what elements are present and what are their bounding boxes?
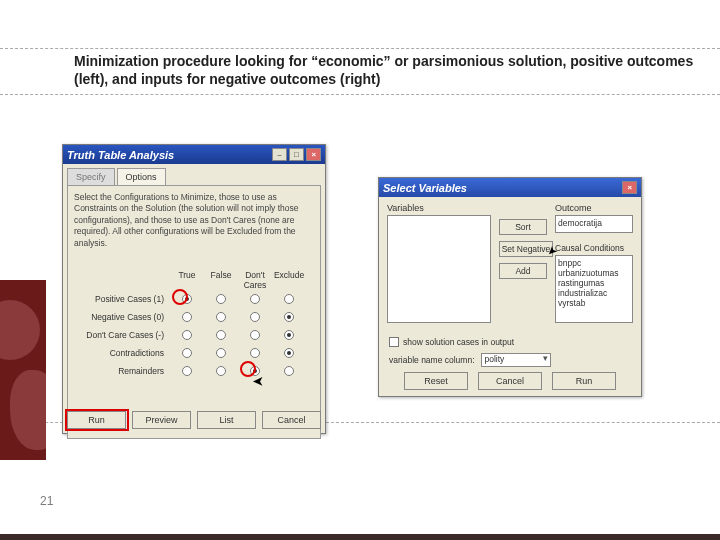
bottom-border: [0, 534, 720, 540]
row-remainders: Remainders: [74, 362, 314, 380]
radio-neg-false[interactable]: [216, 312, 226, 322]
varname-label: variable name column:: [389, 355, 475, 365]
show-solution-label: show solution cases in output: [403, 337, 514, 347]
instructions-text: Select the Configurations to Minimize, t…: [74, 192, 314, 249]
titlebar-title: Truth Table Analysis: [67, 149, 174, 161]
radio-con-dc[interactable]: [250, 348, 260, 358]
close-icon[interactable]: ×: [306, 148, 321, 161]
cancel-button-right[interactable]: Cancel: [478, 372, 542, 390]
row-negative: Negative Cases (0): [74, 308, 314, 326]
radio-pos-false[interactable]: [216, 294, 226, 304]
variables-listbox[interactable]: [387, 215, 491, 323]
causal-item[interactable]: rastingumas: [558, 278, 630, 288]
close-icon[interactable]: ×: [622, 181, 637, 194]
radio-dc-true[interactable]: [182, 330, 192, 340]
list-button[interactable]: List: [197, 411, 256, 429]
run-button[interactable]: Run: [67, 411, 126, 429]
row-dontcare: Don't Care Cases (-): [74, 326, 314, 344]
select-variables-window: Select Variables × Variables Outcome Sor…: [378, 177, 642, 397]
radio-neg-excl[interactable]: [284, 312, 294, 322]
run-button-right[interactable]: Run: [552, 372, 616, 390]
preview-button[interactable]: Preview: [132, 411, 191, 429]
causal-listbox[interactable]: bnppc urbanizuotumas rastingumas industr…: [555, 255, 633, 323]
show-solution-checkbox[interactable]: [389, 337, 399, 347]
radio-pos-true[interactable]: [182, 294, 192, 304]
decorative-sidebar: [0, 280, 46, 460]
row-positive: Positive Cases (1): [74, 290, 314, 308]
col-dontcares: Don't Cares: [238, 270, 272, 290]
tab-options[interactable]: Options: [117, 168, 166, 185]
causal-item[interactable]: vyrstab: [558, 298, 630, 308]
outcome-item[interactable]: democratija: [558, 218, 630, 228]
titlebar-title-right: Select Variables: [383, 182, 467, 194]
causal-label: Causal Conditions: [555, 243, 624, 253]
radio-neg-dc[interactable]: [250, 312, 260, 322]
row-dontcare-label: Don't Care Cases (-): [74, 330, 170, 340]
row-negative-label: Negative Cases (0): [74, 312, 170, 322]
add-button[interactable]: Add: [499, 263, 547, 279]
cursor-arrow-icon: ➤: [252, 374, 264, 390]
radio-rem-false[interactable]: [216, 366, 226, 376]
col-false: False: [204, 270, 238, 290]
sort-button[interactable]: Sort: [499, 219, 547, 235]
radio-neg-true[interactable]: [182, 312, 192, 322]
cancel-button[interactable]: Cancel: [262, 411, 321, 429]
col-true: True: [170, 270, 204, 290]
page-number: 21: [40, 494, 53, 508]
outcome-label: Outcome: [555, 203, 592, 213]
causal-item[interactable]: urbanizuotumas: [558, 268, 630, 278]
causal-item[interactable]: bnppc: [558, 258, 630, 268]
radio-rem-true[interactable]: [182, 366, 192, 376]
titlebar-left[interactable]: Truth Table Analysis – □ ×: [63, 145, 325, 164]
radio-rem-excl[interactable]: [284, 366, 294, 376]
causal-item[interactable]: industrializac: [558, 288, 630, 298]
radio-pos-excl[interactable]: [284, 294, 294, 304]
slide-title: Minimization procedure looking for “econ…: [74, 52, 700, 88]
row-contradictions: Contradictions: [74, 344, 314, 362]
radio-pos-dc[interactable]: [250, 294, 260, 304]
radio-dc-false[interactable]: [216, 330, 226, 340]
variables-label: Variables: [387, 203, 424, 213]
row-remainders-label: Remainders: [74, 366, 170, 376]
minimize-icon[interactable]: –: [272, 148, 287, 161]
maximize-icon[interactable]: □: [289, 148, 304, 161]
titlebar-right[interactable]: Select Variables ×: [379, 178, 641, 197]
radio-dc-excl[interactable]: [284, 330, 294, 340]
row-positive-label: Positive Cases (1): [74, 294, 170, 304]
radio-con-excl[interactable]: [284, 348, 294, 358]
varname-select[interactable]: polity: [481, 353, 551, 367]
reset-button[interactable]: Reset: [404, 372, 468, 390]
outcome-listbox[interactable]: democratija: [555, 215, 633, 233]
tab-specify[interactable]: Specify: [67, 168, 115, 185]
radio-con-true[interactable]: [182, 348, 192, 358]
radio-dc-dc[interactable]: [250, 330, 260, 340]
truth-table-window: Truth Table Analysis – □ × Specify Optio…: [62, 144, 326, 434]
col-exclude: Exclude: [272, 270, 306, 290]
radio-con-false[interactable]: [216, 348, 226, 358]
row-contradictions-label: Contradictions: [74, 348, 170, 358]
